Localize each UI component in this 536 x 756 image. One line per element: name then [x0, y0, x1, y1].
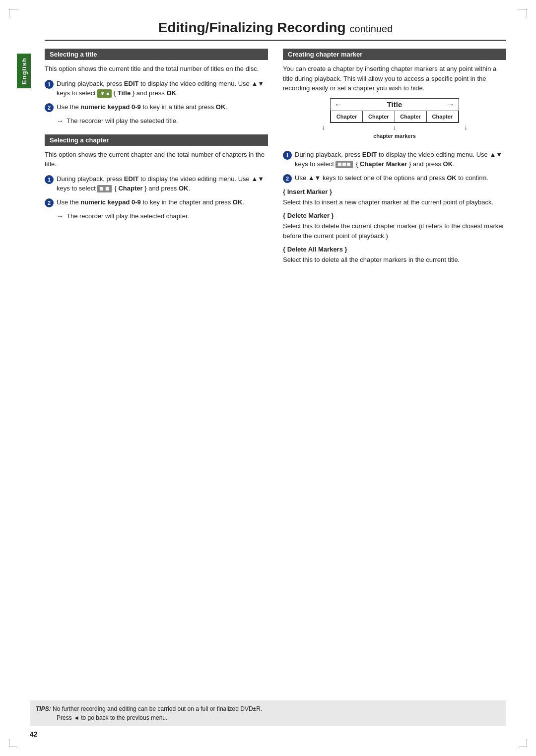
title-top-row: ← Title → [331, 99, 459, 111]
chapters-row: Chapter Chapter Chapter Chapter [331, 111, 459, 123]
cm-step2: 2 Use ▲▼ keys to select one of the optio… [283, 173, 506, 183]
chapter-step-num-2: 2 [45, 198, 54, 207]
cm-step1-content: During playback, press EDIT to display t… [295, 150, 506, 169]
insert-marker-body: Select this to insert a new chapter mark… [283, 197, 506, 207]
chapter-marker-label: chapter markers [373, 133, 416, 139]
page-container: Editing/Finalizing Recording continued S… [0, 0, 536, 756]
title-intro: This option shows the current title and … [45, 64, 268, 74]
page-number: 42 [30, 730, 38, 738]
chapter-cell-4: Chapter [427, 111, 458, 122]
down-arrow-3: ↓ [464, 124, 468, 131]
chapter-arrow-icon: → [57, 211, 64, 222]
cm-step-num-1: 1 [283, 151, 292, 160]
chapter-step1-content: During playback, press EDIT to display t… [57, 174, 268, 193]
section-header-title: Selecting a title [45, 49, 268, 60]
step-num-1: 1 [45, 80, 54, 89]
chapter-arrow-text: The recorder will play the selected chap… [67, 211, 189, 222]
cm-chapter-icon: ▦▦▦ [335, 161, 353, 169]
title-arrow-step: → The recorder will play the selected ti… [57, 116, 268, 126]
delete-all-markers-title: { Delete All Markers } [283, 246, 506, 253]
page-title: Editing/Finalizing Recording continued [45, 20, 506, 41]
chapter-cell-2: Chapter [363, 111, 395, 122]
col-left: Selecting a title This option shows the … [45, 49, 268, 269]
cm-step2-content: Use ▲▼ keys to select one of the options… [295, 173, 506, 183]
down-arrow-2: ↓ [393, 124, 397, 131]
delete-marker-body: Select this to delete the current chapte… [283, 221, 506, 241]
chapter-step2: 2 Use the numeric keypad 0-9 to key in t… [45, 197, 268, 207]
chapter-cell-3: Chapter [395, 111, 427, 122]
main-content: Editing/Finalizing Recording continued S… [45, 20, 506, 269]
delete-marker-title: { Delete Marker } [283, 212, 506, 219]
title-step1: 1 During playback, press EDIT to display… [45, 79, 268, 98]
chapter-step-num-1: 1 [45, 175, 54, 184]
tips-section: TIPS: No further recording and editing c… [30, 700, 506, 726]
title-right-arrow: → [447, 100, 455, 109]
delete-all-markers-body: Select this to delete all the chapter ma… [283, 255, 506, 265]
title-diagram: ← Title → Chapter Chapter Chapter Chapte… [283, 98, 506, 143]
down-arrow-1: ↓ [322, 124, 325, 131]
tips-line1: No further recording and editing can be … [53, 705, 262, 712]
chapter-step1: 1 During playback, press EDIT to display… [45, 174, 268, 193]
two-col-layout: Selecting a title This option shows the … [45, 49, 506, 269]
diagram-title-text: Title [344, 100, 445, 109]
title-step1-content: During playback, press EDIT to display t… [57, 79, 268, 98]
title-key-icon: ▼ ■ [97, 89, 112, 98]
section-header-chapter: Selecting a chapter [45, 134, 268, 146]
chapter-arrow-step: → The recorder will play the selected ch… [57, 211, 268, 222]
title-arrow-text: The recorder will play the selected titl… [67, 116, 178, 126]
insert-marker-title: { Insert Marker } [283, 188, 506, 195]
title-step2: 2 Use the numeric keypad 0-9 to key in a… [45, 102, 268, 112]
diagram-outer: ← Title → Chapter Chapter Chapter Chapte… [330, 98, 459, 123]
chapter-cell-1: Chapter [331, 111, 363, 122]
cm-step-num-2: 2 [283, 174, 292, 183]
tips-line2: Press ◄ to go back to the previous menu. [36, 714, 167, 721]
chapter-step2-content: Use the numeric keypad 0-9 to key in the… [57, 197, 268, 207]
arrow-icon: → [57, 116, 64, 126]
title-continued: continued [350, 23, 393, 34]
chapter-key-icon: ▦ ▦ [97, 185, 112, 193]
down-arrows-row: ↓ ↓ ↓ [283, 124, 506, 131]
chapter-intro: This option shows the current chapter an… [45, 150, 268, 169]
tips-label: TIPS: [36, 705, 51, 712]
cm-step1: 1 During playback, press EDIT to display… [283, 150, 506, 169]
chapter-marker-intro: You can create a chapter by inserting ch… [283, 64, 506, 93]
step-num-2: 2 [45, 103, 54, 112]
section-header-chapter-marker: Creating chapter marker [283, 49, 506, 60]
title-left-arrow: ← [335, 100, 342, 109]
title-step2-content: Use the numeric keypad 0-9 to key in a t… [57, 102, 268, 112]
col-right: Creating chapter marker You can create a… [283, 49, 506, 269]
